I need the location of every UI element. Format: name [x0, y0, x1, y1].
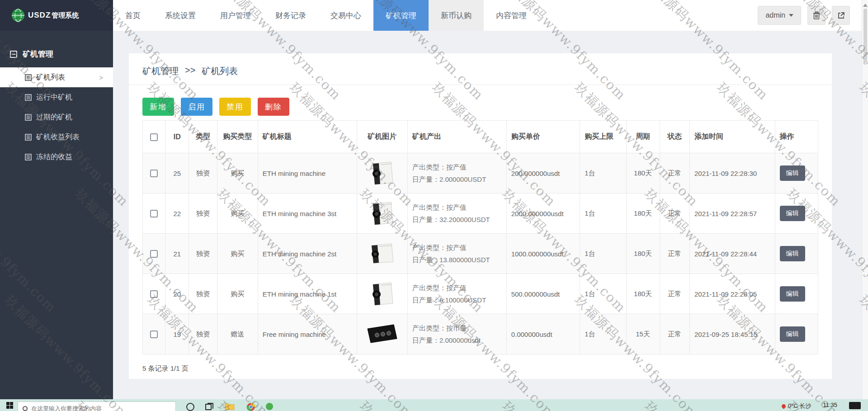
output-type-label: 产出类型： [412, 244, 446, 251]
nav-finance-records[interactable]: 财务记录 [263, 0, 318, 31]
nav-system-settings[interactable]: 系统设置 [153, 0, 208, 31]
task-view-icon[interactable] [205, 402, 214, 411]
col-output: 矿机产出 [407, 121, 506, 153]
main-nav: 首页 系统设置 用户管理 财务记录 交易中心 矿机管理 新币认购 内容管理 [113, 0, 539, 31]
clock[interactable]: 11:35 [823, 402, 837, 408]
nav-content-management[interactable]: 内容管理 [484, 0, 539, 31]
content-card: 矿机管理 >> 矿机列表 新增 启用 禁用 删除 [129, 53, 832, 379]
cell-price: 500.000000usdt [506, 274, 580, 314]
row-checkbox[interactable] [150, 250, 158, 258]
row-checkbox[interactable] [150, 290, 158, 298]
row-checkbox[interactable] [150, 331, 158, 338]
cell-period: 180天 [626, 274, 660, 314]
col-buy-type: 购买类型 [217, 121, 258, 153]
logo-suffix: 管理系统 [52, 11, 79, 19]
cell-id: 20 [165, 274, 189, 314]
weather-widget[interactable]: 0°C 长沙 [782, 402, 811, 410]
output-type-label: 产出类型： [412, 163, 446, 171]
col-period: 周期 [626, 121, 660, 153]
table-row: 20 独资 购买 ETH mining machine 1st 产出类型：按产值… [143, 274, 818, 314]
enable-button[interactable]: 启用 [181, 98, 212, 116]
table-row: 21 独资 购买 ETH mining machine 2st 产出类型：按产值… [143, 234, 818, 274]
daily-label: 日产量： [412, 216, 439, 223]
admin-page: USDZ管理系统 首页 系统设置 用户管理 财务记录 交易中心 矿机管理 新币认… [0, 0, 868, 411]
sidebar-item-label: 运行中矿机 [36, 93, 72, 102]
edit-button[interactable]: 编辑 [780, 286, 805, 302]
vertical-scrollbar[interactable] [862, 0, 868, 399]
col-title: 矿机标题 [258, 121, 357, 153]
edit-button[interactable]: 编辑 [780, 165, 805, 181]
cell-id: 25 [165, 153, 189, 194]
cell-added: 2021-11-09 22:28:30 [689, 153, 775, 194]
record-count: 5 条记录 1/1 页 [129, 354, 832, 383]
cell-price: 0.000000usdt [506, 314, 580, 354]
cell-limit: 1台 [580, 234, 626, 274]
row-checkbox[interactable] [150, 170, 158, 177]
white-miner-photo [368, 242, 396, 264]
admin-dropdown[interactable]: admin [758, 6, 801, 25]
sidebar-item-running-miners[interactable]: 运行中矿机 [0, 87, 113, 107]
daily-label: 日产量： [412, 296, 439, 304]
delete-button[interactable]: 删除 [258, 98, 289, 116]
output-type-value: 按币量 [446, 324, 467, 332]
file-explorer-icon[interactable] [225, 402, 235, 411]
add-button[interactable]: 新增 [142, 98, 174, 116]
breadcrumb-parent[interactable]: 矿机管理 [142, 65, 179, 77]
trash-button[interactable] [807, 6, 826, 25]
col-action: 操作 [775, 121, 818, 153]
cell-id: 19 [165, 314, 189, 354]
cell-status: 正常 [660, 314, 689, 354]
export-icon [837, 12, 845, 19]
wechat-icon[interactable] [265, 402, 274, 411]
list-icon [25, 134, 32, 141]
cortana-icon[interactable] [186, 402, 195, 411]
chevron-down-icon [789, 14, 793, 17]
taskbar-tray: 0°C 长沙 11:35 [782, 399, 868, 411]
cell-added: 2021-09-25 18:45:15 [689, 314, 775, 354]
cell-buy-type: 购买 [217, 274, 258, 314]
scrollbar-thumb[interactable] [863, 9, 867, 63]
sidebar-item-expired-miners[interactable]: 过期的矿机 [0, 107, 113, 127]
search-input[interactable] [31, 405, 171, 411]
sidebar-item-miner-list[interactable]: 矿机列表 > [0, 67, 113, 87]
windows-taskbar: 0°C 长沙 11:35 [0, 399, 868, 411]
taskbar-search[interactable] [18, 402, 176, 411]
scroll-up-arrow-icon[interactable] [863, 4, 868, 7]
sidebar-item-miner-income-list[interactable]: 矿机收益列表 [0, 127, 113, 147]
list-icon [25, 114, 32, 121]
trash-icon [813, 11, 820, 19]
output-type-value: 按产值 [446, 284, 467, 292]
cell-added: 2021-11-09 22:28:57 [689, 194, 775, 234]
cell-period: 180天 [626, 234, 660, 274]
windows-start-icon[interactable] [6, 402, 13, 409]
edit-button[interactable]: 编辑 [780, 246, 805, 261]
nav-new-coin-subscription[interactable]: 新币认购 [429, 0, 484, 31]
chrome-icon[interactable] [246, 402, 255, 411]
chevron-right-icon: > [99, 74, 103, 81]
sidebar-group-miner-management[interactable]: 矿机管理 [0, 44, 113, 67]
daily-label: 日产量： [412, 336, 439, 344]
table-row: 25 独资 购买 ETH mining machine 产出类型：按产值 日产量… [143, 153, 818, 194]
col-type: 类型 [189, 121, 217, 153]
touch-keyboard-icon[interactable] [849, 402, 861, 409]
cell-limit: 1台 [580, 314, 626, 354]
row-checkbox[interactable] [150, 210, 158, 217]
disable-button[interactable]: 禁用 [219, 98, 251, 116]
edit-button[interactable]: 编辑 [780, 326, 805, 342]
nav-miner-management[interactable]: 矿机管理 [373, 0, 429, 31]
logout-button[interactable] [832, 6, 850, 25]
edit-button[interactable]: 编辑 [780, 206, 805, 221]
admin-username: admin [765, 11, 785, 19]
nav-home[interactable]: 首页 [113, 0, 153, 31]
black-miner-photo [366, 324, 398, 344]
output-type-value: 按产值 [446, 203, 467, 211]
miner-image [357, 234, 407, 274]
nav-trade-center[interactable]: 交易中心 [318, 0, 373, 31]
sidebar-item-label: 过期的矿机 [36, 113, 72, 122]
app-logo[interactable]: USDZ管理系统 [0, 0, 113, 31]
cell-status: 正常 [660, 153, 689, 194]
sidebar-item-frozen-income[interactable]: 冻结的收益 [0, 147, 113, 167]
sidebar-item-label: 矿机收益列表 [36, 132, 80, 142]
select-all-checkbox[interactable] [150, 133, 158, 141]
nav-user-management[interactable]: 用户管理 [208, 0, 263, 31]
